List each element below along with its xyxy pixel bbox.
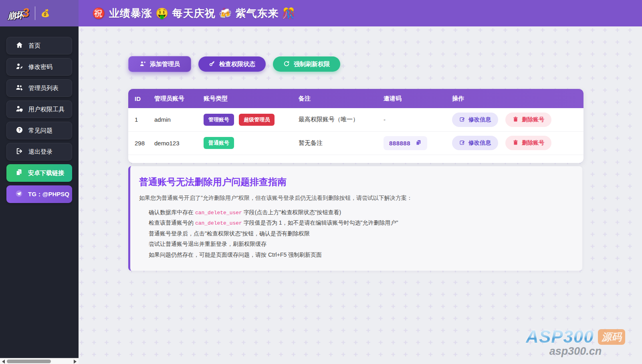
sidebar-item-user-permission-tools[interactable]: 用户权限工具 bbox=[6, 101, 72, 118]
code-field-name: can_delete_user bbox=[195, 210, 242, 216]
cell-id: 1 bbox=[128, 108, 154, 131]
copy-icon[interactable] bbox=[415, 139, 422, 147]
logo-text: 崩坏 bbox=[7, 10, 24, 20]
guide-steps: 确认数据库中存在 can_delete_user 字段(点击上方"检查权限状态"… bbox=[149, 207, 571, 261]
guide-step: 普通账号登录后，点击"检查权限状态"按钮，确认是否有删除权限 bbox=[149, 229, 571, 239]
sidebar-item-label: 用户权限工具 bbox=[28, 106, 65, 113]
delete-account-label: 删除账号 bbox=[522, 116, 544, 123]
force-refresh-label: 强制刷新权限 bbox=[294, 60, 330, 68]
key-icon bbox=[209, 60, 215, 68]
svg-text:?: ? bbox=[18, 128, 20, 132]
cell-invite: - bbox=[384, 108, 452, 131]
sidebar-item-label: 管理员列表 bbox=[28, 84, 59, 92]
copy-icon bbox=[15, 169, 23, 177]
scrollbar-right-arrow[interactable] bbox=[74, 360, 77, 364]
toolbar: 添加管理员 检查权限状态 强制刷新权限 bbox=[128, 56, 642, 72]
edit-info-label: 修改信息 bbox=[468, 139, 491, 147]
sidebar-item-home[interactable]: 首页 bbox=[6, 37, 72, 54]
logo-number: 3 bbox=[22, 6, 30, 19]
sidebar-item-change-password[interactable]: 修改密码 bbox=[6, 58, 72, 76]
edit-icon bbox=[459, 116, 465, 123]
super-admin-badge: 超级管理员 bbox=[239, 114, 275, 126]
cell-note: 暂无备注 bbox=[299, 131, 384, 155]
money-bag-icon: 💰 bbox=[41, 9, 50, 18]
top-header: 崩坏 3 💰 ㊗️ 业绩暴涨 🤑 每天庆祝 🍻 紫气东来 🎊 bbox=[0, 0, 642, 26]
troubleshooting-guide-panel: 普通账号无法删除用户问题排查指南 如果您为普通账号开启了"允许删除用户"权限，但… bbox=[128, 166, 582, 271]
sidebar-item-label: TG：@PHPSQ bbox=[28, 191, 69, 198]
sidebar: 首页 修改密码 管理员列表 用户权限工具 ? 常见问题 退出登录 安卓下载链接 … bbox=[0, 26, 79, 358]
cell-account: demo123 bbox=[154, 131, 204, 155]
watermark: ASP300 源码 asp300.cn bbox=[526, 327, 625, 358]
cell-type: 普通账号 bbox=[204, 131, 299, 155]
sidebar-item-admin-list[interactable]: 管理员列表 bbox=[6, 79, 72, 97]
sidebar-item-label: 常见问题 bbox=[28, 127, 52, 135]
edit-info-button[interactable]: 修改信息 bbox=[452, 136, 498, 150]
header-brand-area: 崩坏 3 💰 bbox=[0, 0, 79, 26]
force-refresh-button[interactable]: 强制刷新权限 bbox=[273, 56, 340, 72]
sidebar-telegram-link[interactable]: TG：@PHPSQ bbox=[6, 185, 72, 203]
account-type-badge: 普通账号 bbox=[204, 137, 234, 149]
sidebar-item-label: 退出登录 bbox=[28, 148, 52, 156]
account-type-badge: 管理账号 bbox=[204, 114, 234, 126]
guide-step: 检查该普通账号的 can_delete_user 字段值是否为 1，如不是请在编… bbox=[149, 218, 571, 229]
column-header-type: 账号类型 bbox=[204, 89, 299, 108]
check-permission-button[interactable]: 检查权限状态 bbox=[198, 56, 266, 72]
header-banner: ㊗️ 业绩暴涨 🤑 每天庆祝 🍻 紫气东来 🎊 bbox=[79, 0, 642, 26]
watermark-domain: asp300.cn bbox=[526, 345, 625, 358]
logout-icon bbox=[16, 147, 23, 156]
cell-actions: 修改信息 删除账号 bbox=[452, 108, 583, 131]
cell-account: admin bbox=[154, 108, 204, 131]
trash-icon bbox=[513, 139, 519, 147]
home-icon bbox=[16, 41, 23, 50]
user-shield-icon bbox=[16, 105, 23, 114]
check-permission-label: 检查权限状态 bbox=[219, 60, 255, 68]
cell-id: 298 bbox=[128, 131, 154, 155]
refresh-icon bbox=[283, 60, 290, 68]
table-row: 298 demo123 普通账号 暂无备注 888888 bbox=[128, 131, 583, 155]
guide-step: 确认数据库中存在 can_delete_user 字段(点击上方"检查权限状态"… bbox=[149, 207, 571, 218]
edit-icon bbox=[459, 139, 465, 147]
sidebar-item-label: 修改密码 bbox=[28, 63, 52, 71]
users-gear-icon bbox=[16, 84, 23, 93]
trash-icon bbox=[513, 116, 519, 123]
edit-info-label: 修改信息 bbox=[468, 116, 491, 123]
delete-account-label: 删除账号 bbox=[522, 139, 544, 147]
telegram-icon bbox=[15, 190, 23, 199]
column-header-account: 管理员账号 bbox=[154, 89, 204, 108]
watermark-brand: ASP300 bbox=[526, 327, 594, 347]
sidebar-item-logout[interactable]: 退出登录 bbox=[6, 143, 72, 161]
cell-actions: 修改信息 删除账号 bbox=[452, 131, 583, 155]
guide-title: 普通账号无法删除用户问题排查指南 bbox=[139, 176, 571, 188]
table-row: 1 admin 管理账号 超级管理员 最高权限账号（唯一） - 修改信息 bbox=[128, 108, 583, 131]
scrollbar-left-arrow[interactable] bbox=[2, 360, 5, 364]
horizontal-scrollbar[interactable] bbox=[0, 358, 79, 364]
sidebar-item-faq[interactable]: ? 常见问题 bbox=[6, 122, 72, 139]
cell-type: 管理账号 超级管理员 bbox=[204, 108, 299, 131]
main-content: ++++++++++++++++++++++++++++++++++++++++… bbox=[79, 26, 642, 364]
app-logo: 崩坏 3 bbox=[7, 6, 30, 20]
invite-code-empty: - bbox=[384, 116, 386, 123]
invite-code-value: 888888 bbox=[389, 140, 410, 147]
column-header-invite: 邀请码 bbox=[384, 89, 452, 108]
edit-info-button[interactable]: 修改信息 bbox=[452, 113, 498, 127]
add-admin-label: 添加管理员 bbox=[150, 60, 180, 68]
column-header-id: ID bbox=[128, 89, 154, 108]
watermark-badge: 源码 bbox=[598, 329, 625, 345]
user-plus-icon bbox=[139, 60, 146, 68]
admin-table-card: ID 管理员账号 账号类型 备注 邀请码 操作 1 admin 管理账号 bbox=[128, 89, 583, 163]
header-divider bbox=[35, 6, 35, 20]
add-admin-button[interactable]: 添加管理员 bbox=[128, 56, 191, 72]
column-header-actions: 操作 bbox=[452, 89, 583, 108]
column-header-note: 备注 bbox=[299, 89, 384, 108]
admin-table: ID 管理员账号 账号类型 备注 邀请码 操作 1 admin 管理账号 bbox=[128, 89, 583, 155]
cell-invite: 888888 bbox=[384, 131, 452, 155]
user-pen-icon bbox=[16, 62, 23, 71]
delete-account-button[interactable]: 删除账号 bbox=[505, 136, 551, 150]
delete-account-button[interactable]: 删除账号 bbox=[505, 113, 551, 127]
sidebar-android-download-link[interactable]: 安卓下载链接 bbox=[6, 164, 72, 182]
sidebar-item-label: 首页 bbox=[28, 42, 40, 50]
scrollbar-thumb[interactable] bbox=[7, 360, 51, 363]
code-field-name: can_delete_user bbox=[195, 220, 242, 226]
guide-step: 尝试让普通账号退出并重新登录，刷新权限缓存 bbox=[149, 239, 571, 250]
invite-code-box[interactable]: 888888 bbox=[384, 136, 427, 150]
